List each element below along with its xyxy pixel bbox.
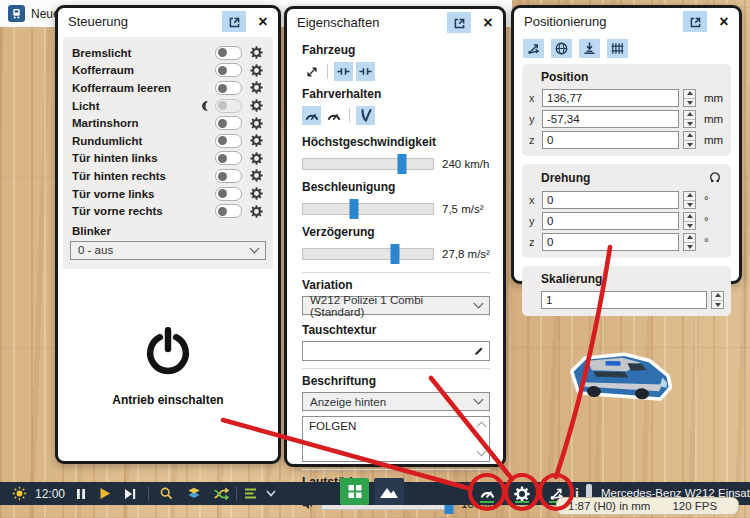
blinker-label: Blinker xyxy=(72,225,264,237)
step-forward-icon[interactable] xyxy=(121,482,139,505)
pencil-icon[interactable] xyxy=(473,346,484,357)
drehung-y-field[interactable] xyxy=(542,212,679,230)
beschleunigung-slider[interactable] xyxy=(302,203,434,215)
divider xyxy=(302,469,490,470)
resize-icon[interactable] xyxy=(302,62,321,81)
speedometer-icon[interactable] xyxy=(302,106,321,125)
close-icon[interactable]: × xyxy=(478,13,498,33)
play-icon[interactable] xyxy=(96,482,114,505)
gear-icon[interactable] xyxy=(250,63,264,77)
toggle-switch[interactable] xyxy=(215,81,242,95)
beschriftung-dropdown[interactable]: Anzeige hinten xyxy=(302,392,490,411)
popout-button[interactable] xyxy=(222,11,246,32)
toggle-switch[interactable] xyxy=(215,204,242,218)
police-car-model[interactable] xyxy=(563,343,683,418)
hoechstgeschwindigkeit-slider[interactable] xyxy=(302,158,434,170)
gear-icon[interactable] xyxy=(250,204,264,218)
gear-icon[interactable] xyxy=(250,81,264,95)
gear-icon[interactable] xyxy=(250,134,264,148)
blinker-dropdown[interactable]: 0 - aus xyxy=(70,241,266,260)
toggle-switch[interactable] xyxy=(215,116,242,130)
divider xyxy=(236,486,237,501)
drop-to-ground-icon[interactable] xyxy=(579,39,600,58)
toggle-switch[interactable] xyxy=(215,63,242,77)
grid-icon[interactable] xyxy=(607,39,628,58)
tauschtextur-label: Tauschtextur xyxy=(302,323,490,337)
toggle-switch[interactable] xyxy=(215,169,242,183)
sun-icon[interactable] xyxy=(8,482,30,505)
popout-button[interactable] xyxy=(447,12,471,33)
gear-icon[interactable] xyxy=(250,46,264,60)
move-axes-icon[interactable] xyxy=(523,39,544,58)
toggle-row: Bremslicht xyxy=(70,44,266,62)
chevron-down-icon[interactable] xyxy=(263,482,279,505)
close-icon[interactable]: × xyxy=(714,12,734,32)
spinner[interactable] xyxy=(711,291,724,309)
slider-thumb[interactable] xyxy=(391,244,400,264)
gear-icon[interactable] xyxy=(250,169,264,183)
spinner[interactable] xyxy=(683,212,696,230)
steuerung-toggle-list: Bremslicht Kofferraum Kofferraum leeren … xyxy=(63,37,273,269)
globe-icon[interactable] xyxy=(551,39,572,58)
rotation-icon[interactable] xyxy=(708,170,722,186)
scale-readout: 1:87 (H0) in mm xyxy=(557,500,650,512)
toggle-switch[interactable] xyxy=(215,187,242,201)
toggle-switch[interactable] xyxy=(215,46,242,60)
position-z-field[interactable] xyxy=(542,131,679,149)
gear-icon[interactable] xyxy=(250,151,264,165)
position-group: Position x mm y mm z mm xyxy=(522,64,731,156)
toggle-row: Tür hinten links xyxy=(70,150,266,168)
spinner[interactable] xyxy=(683,131,696,149)
toggle-switch[interactable] xyxy=(215,134,242,148)
panel-title: Eigenschaften xyxy=(297,15,447,30)
toggle-switch[interactable] xyxy=(215,99,242,113)
spinner[interactable] xyxy=(683,89,696,107)
toggle-switch[interactable] xyxy=(215,151,242,165)
toggle-row: Rundumlicht xyxy=(70,132,266,150)
gear-icon[interactable] xyxy=(250,99,264,113)
beschriftung-textarea[interactable]: FOLGEN xyxy=(302,416,490,462)
gear-icon[interactable] xyxy=(250,187,264,201)
drehung-x-field[interactable] xyxy=(542,191,679,209)
chevron-down-icon xyxy=(250,243,260,253)
scroll-up-icon[interactable] xyxy=(477,422,487,432)
variation-dropdown[interactable]: W212 Polizei 1 Combi (Standard) xyxy=(302,296,490,315)
tauschtextur-input[interactable] xyxy=(302,341,490,361)
curve-icon[interactable] xyxy=(356,106,375,125)
close-icon[interactable]: × xyxy=(253,12,273,32)
chevron-down-icon xyxy=(474,395,484,405)
drehung-z-field[interactable] xyxy=(542,233,679,251)
pause-icon[interactable] xyxy=(73,482,89,505)
skalierung-field[interactable] xyxy=(541,291,707,309)
speedometer-alt-icon[interactable] xyxy=(324,106,343,125)
grid-window-icon[interactable] xyxy=(340,478,369,505)
power-icon[interactable] xyxy=(141,327,195,381)
slider-thumb[interactable] xyxy=(349,199,358,219)
drehung-row-y: y ° xyxy=(529,212,724,230)
power-label: Antrieb einschalten xyxy=(58,393,278,407)
chart-icon[interactable] xyxy=(374,478,404,505)
zoom-icon[interactable] xyxy=(155,482,177,505)
position-y-field[interactable] xyxy=(542,110,679,128)
position-x-field[interactable] xyxy=(542,89,679,107)
coupling-front-icon[interactable] xyxy=(334,62,353,81)
scroll-down-icon[interactable] xyxy=(477,447,487,457)
gear-icon[interactable] xyxy=(250,116,264,130)
spinner[interactable] xyxy=(683,110,696,128)
spinner[interactable] xyxy=(683,191,696,209)
toggle-row: Martinshorn xyxy=(70,114,266,132)
verzoegerung-slider[interactable] xyxy=(302,248,434,260)
position-row-y: y mm xyxy=(529,110,724,128)
divider xyxy=(327,64,328,79)
shuffle-icon[interactable] xyxy=(209,482,233,505)
train-icon xyxy=(8,5,25,22)
layers-icon[interactable] xyxy=(183,482,205,505)
toggle-row: Tür vorne links xyxy=(70,185,266,203)
coupling-rear-icon[interactable] xyxy=(356,62,375,81)
spinner[interactable] xyxy=(683,233,696,251)
panel-positionierung: Positionierung × Position x mm xyxy=(511,5,742,284)
divider xyxy=(302,368,490,369)
slider-thumb[interactable] xyxy=(397,154,406,174)
list-icon[interactable] xyxy=(241,482,261,505)
popout-button[interactable] xyxy=(683,11,707,32)
